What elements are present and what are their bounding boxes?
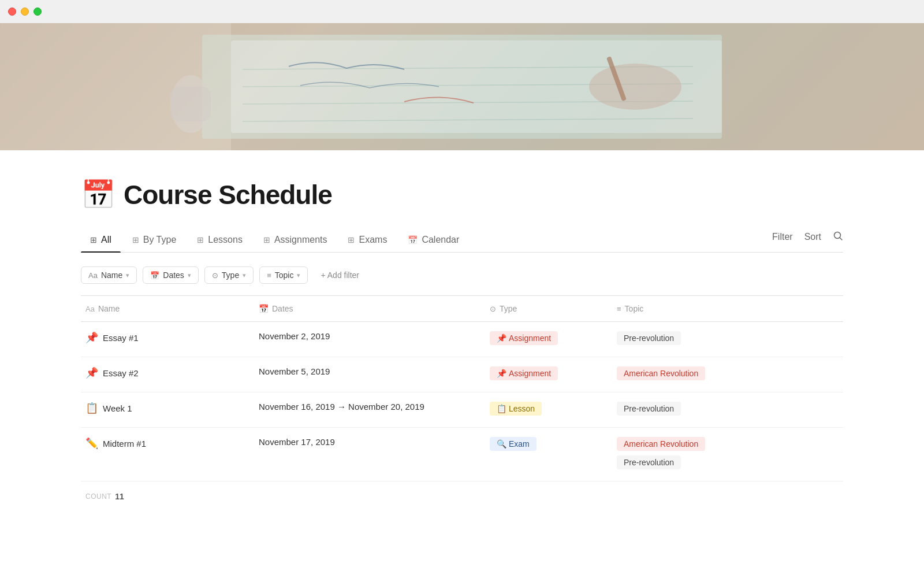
- table-row[interactable]: ✏️Midterm #1November 17, 2019🔍ExamAmeric…: [81, 428, 843, 481]
- topic-chip: American Revolution: [617, 366, 705, 380]
- tab-icon-exams: ⊞: [348, 235, 355, 244]
- main-content: 📅 Course Schedule ⊞All⊞By Type⊞Lessons⊞A…: [0, 150, 924, 535]
- row-topic-2: American Revolution: [612, 357, 843, 392]
- type-badge-emoji-3: 📋: [497, 404, 506, 413]
- topic-chip: Pre-revolution: [617, 402, 681, 416]
- close-button[interactable]: [8, 8, 16, 16]
- row-name-text-1: Essay #1: [103, 333, 139, 343]
- tab-icon-assignments: ⊞: [263, 235, 270, 244]
- tab-label-by-type: By Type: [143, 235, 177, 245]
- filter-icon-topic: ≡: [267, 271, 271, 280]
- row-emoji-4: ✏️: [85, 437, 98, 450]
- tab-icon-calendar: 📅: [408, 235, 418, 244]
- type-badge-emoji-4: 🔍: [497, 439, 506, 449]
- page-title-row: 📅 Course Schedule: [81, 179, 843, 210]
- filter-topic[interactable]: ≡Topic▾: [259, 266, 308, 284]
- column-header-type: ⊙ Type: [485, 302, 612, 316]
- name-col-icon: Aa: [85, 305, 95, 313]
- filter-label-dates: Dates: [163, 271, 184, 280]
- row-name-1: 📌Essay #1: [81, 322, 254, 353]
- search-action[interactable]: [833, 231, 843, 243]
- row-topic-3: Pre-revolution: [612, 392, 843, 427]
- row-type-4: 🔍Exam: [485, 428, 612, 460]
- tab-label-calendar: Calendar: [422, 235, 459, 245]
- table-row[interactable]: 📌Essay #1November 2, 2019📌AssignmentPre-…: [81, 322, 843, 357]
- count-value: 11: [115, 492, 124, 501]
- titlebar: [0, 0, 924, 23]
- filter-icon-dates: 📅: [150, 271, 159, 280]
- table-row[interactable]: 📌Essay #2November 5, 2019📌AssignmentAmer…: [81, 357, 843, 392]
- filter-action[interactable]: Filter: [772, 232, 793, 242]
- filter-label-topic: Topic: [275, 271, 294, 280]
- column-header-name: Aa Name: [81, 302, 254, 316]
- tab-label-lessons: Lessons: [208, 235, 243, 245]
- topic-col-icon: ≡: [617, 305, 621, 313]
- tab-assignments[interactable]: ⊞Assignments: [254, 229, 337, 252]
- tab-by-type[interactable]: ⊞By Type: [123, 229, 186, 252]
- row-dates-2: November 5, 2019: [254, 357, 485, 386]
- row-type-2: 📌Assignment: [485, 357, 612, 390]
- row-name-3: 📋Week 1: [81, 392, 254, 424]
- column-header-topic: ≡ Topic: [612, 302, 843, 316]
- tab-label-assignments: Assignments: [274, 235, 327, 245]
- filter-label-type: Type: [222, 271, 239, 280]
- maximize-button[interactable]: [33, 8, 42, 16]
- type-badge-emoji-2: 📌: [497, 369, 506, 378]
- dates-col-icon: 📅: [259, 304, 269, 313]
- topic-chip: Pre-revolution: [617, 331, 681, 345]
- svg-point-12: [834, 232, 841, 239]
- filter-icon-name: Aa: [88, 271, 98, 280]
- tab-icon-by-type: ⊞: [132, 235, 139, 244]
- tab-calendar[interactable]: 📅Calendar: [398, 229, 468, 252]
- filter-chevron-dates: ▾: [188, 272, 191, 279]
- tab-icon-lessons: ⊞: [197, 235, 204, 244]
- tab-all[interactable]: ⊞All: [81, 229, 121, 252]
- row-type-1: 📌Assignment: [485, 322, 612, 354]
- tab-label-all: All: [101, 235, 111, 245]
- row-name-text-4: Midterm #1: [103, 439, 146, 449]
- type-badge-2: 📌Assignment: [490, 366, 558, 380]
- row-topic-4: American RevolutionPre-revolution: [612, 428, 843, 481]
- filter-label-name: Name: [101, 271, 122, 280]
- tabs-row: ⊞All⊞By Type⊞Lessons⊞Assignments⊞Exams📅C…: [81, 229, 843, 253]
- tab-label-exams: Exams: [359, 235, 387, 245]
- svg-point-8: [589, 64, 681, 110]
- row-dates-4: November 17, 2019: [254, 428, 485, 456]
- row-name-text-2: Essay #2: [103, 368, 139, 378]
- column-header-dates: 📅 Dates: [254, 302, 485, 316]
- row-emoji-3: 📋: [85, 402, 98, 414]
- minimize-button[interactable]: [21, 8, 29, 16]
- type-badge-emoji-1: 📌: [497, 334, 506, 343]
- type-badge-3: 📋Lesson: [490, 402, 542, 416]
- filter-row: AaName▾📅Dates▾⊙Type▾≡Topic▾+ Add filter: [81, 266, 843, 284]
- svg-rect-11: [170, 87, 211, 121]
- name-col-label: Name: [98, 304, 120, 313]
- filter-chevron-type: ▾: [243, 272, 246, 279]
- topic-col-label: Topic: [625, 304, 644, 313]
- filter-chevron-name: ▾: [126, 272, 129, 279]
- sort-action[interactable]: Sort: [804, 232, 821, 242]
- row-name-2: 📌Essay #2: [81, 357, 254, 388]
- type-badge-1: 📌Assignment: [490, 331, 558, 345]
- count-row: COUNT 11: [81, 481, 843, 512]
- filter-type[interactable]: ⊙Type▾: [204, 266, 254, 284]
- tabs-right: Filter Sort: [772, 231, 843, 250]
- type-col-icon: ⊙: [490, 305, 496, 313]
- type-col-label: Type: [500, 304, 517, 313]
- row-dates-1: November 2, 2019: [254, 322, 485, 350]
- tab-lessons[interactable]: ⊞Lessons: [188, 229, 252, 252]
- add-filter-button[interactable]: + Add filter: [314, 267, 366, 283]
- table: Aa Name 📅 Dates ⊙ Type ≡ Topic 📌Essay #1…: [81, 295, 843, 512]
- table-body: 📌Essay #1November 2, 2019📌AssignmentPre-…: [81, 322, 843, 481]
- filter-chevron-topic: ▾: [297, 272, 300, 279]
- tab-exams[interactable]: ⊞Exams: [338, 229, 396, 252]
- count-label: COUNT: [85, 492, 111, 501]
- filter-icon-type: ⊙: [212, 271, 218, 280]
- filter-name[interactable]: AaName▾: [81, 266, 137, 284]
- filter-dates[interactable]: 📅Dates▾: [143, 266, 199, 284]
- page-title: Course Schedule: [124, 179, 332, 210]
- page-title-emoji: 📅: [81, 181, 116, 209]
- dates-col-label: Dates: [272, 304, 293, 313]
- table-row[interactable]: 📋Week 1November 16, 2019 → November 20, …: [81, 392, 843, 428]
- row-emoji-2: 📌: [85, 366, 98, 379]
